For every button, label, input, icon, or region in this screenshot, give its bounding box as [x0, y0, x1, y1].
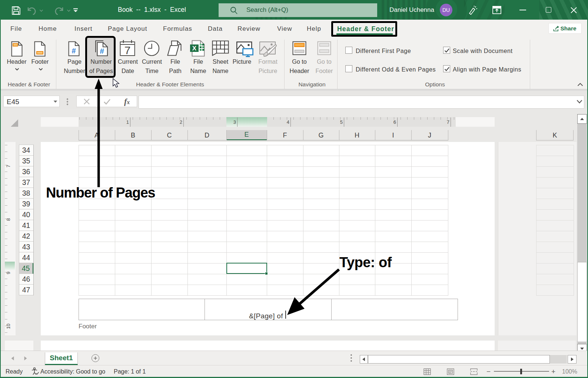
svg-text:#: #: [72, 47, 76, 55]
svg-text:#: #: [100, 47, 104, 55]
svg-text:X: X: [192, 45, 197, 52]
svg-text:7: 7: [124, 44, 131, 56]
